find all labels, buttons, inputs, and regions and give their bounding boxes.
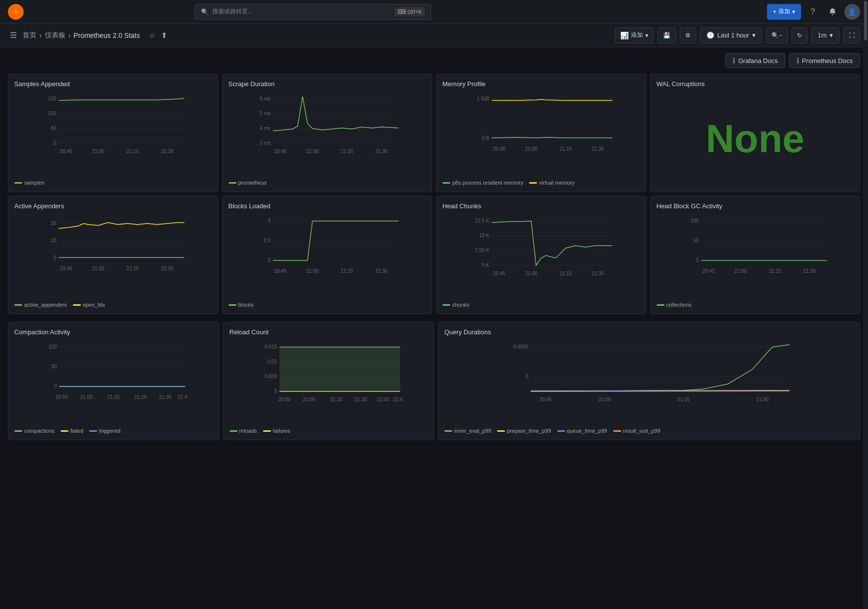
svg-text:21:30: 21:30 [161, 266, 173, 271]
svg-text:10: 10 [51, 238, 57, 243]
breadcrumb: 首页 › 仪表板 › Prometheus 2.0 Stats [23, 31, 140, 40]
grafana-logo[interactable] [8, 4, 24, 20]
add-button[interactable]: + 添加 ▾ [767, 4, 801, 20]
svg-text:0.0005: 0.0005 [513, 344, 529, 350]
svg-text:21:00: 21:00 [525, 146, 537, 152]
svg-text:20:45: 20:45 [60, 149, 72, 154]
refresh-button[interactable]: ↻ [792, 28, 807, 43]
svg-text:100: 100 [690, 218, 699, 224]
chevron-down-icon: ▾ [792, 8, 795, 15]
refresh-icon: ↻ [797, 32, 802, 39]
svg-text:21:4: 21:4 [178, 394, 188, 400]
legend-color [657, 304, 665, 306]
legend-item: prometheus [229, 180, 267, 186]
svg-text:3 ms: 3 ms [260, 140, 270, 146]
legend-item-virtual: virtual memory [529, 180, 574, 186]
panel-chart: 6 ms 5 ms 4 ms 3 ms 20:45 21:00 21:15 21… [229, 92, 426, 177]
share-icon[interactable]: ⬆ [160, 30, 168, 41]
chart-svg: 100 50 0 20:50 21:00 21:10 21:20 21:30 2… [14, 340, 213, 409]
breadcrumb-actions: ☆ ⬆ [148, 30, 168, 41]
svg-text:21:4: 21:4 [393, 397, 402, 402]
chart-svg: 1 GiB 0 B 20:45 21:00 21:15 21:30 [442, 92, 640, 160]
panel-chart: 100 50 0 20:50 21:00 21:10 21:20 21:30 2… [14, 340, 213, 425]
chart-svg: 0.0005 0 20:45 21:00 21:15 21:30 [444, 340, 854, 409]
svg-text:20:45: 20:45 [274, 268, 286, 274]
svg-text:21:00: 21:00 [92, 266, 104, 271]
svg-text:4 ms: 4 ms [260, 126, 270, 131]
scrollbar[interactable] [863, 0, 868, 609]
legend-color [14, 430, 22, 432]
breadcrumb-bar: ☰ 首页 › 仪表板 › Prometheus 2.0 Stats ☆ ⬆ 📊 … [0, 24, 868, 47]
legend-item-failed: failed [61, 428, 83, 434]
legend-label: reloads [239, 428, 257, 434]
settings-button[interactable]: ⚙ [680, 28, 696, 43]
svg-text:20: 20 [51, 221, 57, 226]
top-nav: 🔍 搜索或跳转至... ⌨ ctrl+k + 添加 ▾ ? 👤 [0, 0, 868, 24]
svg-text:21:15: 21:15 [127, 149, 139, 154]
chart-svg: 150 100 50 0 20:45 21:00 21:15 21:30 [14, 92, 212, 160]
legend-color [14, 182, 22, 184]
svg-text:0.01: 0.01 [267, 359, 277, 364]
zoom-out-icon: 🔍− [771, 32, 782, 39]
legend-color [73, 304, 81, 306]
save-button[interactable]: 💾 [658, 28, 676, 43]
scrollbar-thumb[interactable] [864, 1, 867, 40]
notifications-button[interactable] [825, 4, 840, 20]
svg-text:0: 0 [274, 388, 277, 394]
grafana-docs-button[interactable]: ℹ Grafana Docs [725, 53, 785, 68]
panel-chart: 0.015 0.01 0.005 0 20:50 21:00 21:10 21:… [230, 340, 428, 425]
svg-text:21:15: 21:15 [560, 271, 572, 276]
panel-blocks-loaded: Blocks Loaded 3 2.5 2 20:45 21:00 21:15 … [222, 196, 433, 314]
legend-item-queue: queue_time_p99 [557, 428, 607, 434]
chart-svg: 100 50 0 20:45 21:00 21:15 21:30 [657, 214, 854, 283]
breadcrumb-home[interactable]: 首页 [23, 31, 36, 40]
toolbar-right: 📊 添加 ▾ 💾 ⚙ 🕐 Last 1 hour ▾ 🔍− ↻ 1m ▾ ⛶ [615, 28, 860, 43]
prometheus-docs-button[interactable]: ℹ Prometheus Docs [789, 53, 860, 68]
add-panel-button[interactable]: 📊 添加 ▾ [615, 28, 654, 43]
legend-label: collections [667, 302, 692, 308]
svg-text:21:00: 21:00 [599, 397, 611, 402]
svg-text:21:15: 21:15 [340, 268, 353, 274]
svg-text:3: 3 [267, 218, 270, 224]
legend-color [557, 430, 565, 432]
svg-text:12.5 K: 12.5 K [475, 218, 489, 224]
panel-legend: blocks [229, 302, 426, 308]
info-icon: ℹ [733, 57, 735, 64]
breadcrumb-section[interactable]: 仪表板 [45, 31, 66, 40]
interval-button[interactable]: 1m ▾ [811, 28, 839, 43]
svg-text:21:30: 21:30 [376, 397, 389, 402]
svg-text:6 ms: 6 ms [260, 96, 270, 101]
svg-text:21:30: 21:30 [756, 397, 768, 402]
svg-text:50: 50 [51, 364, 57, 369]
search-bar[interactable]: 🔍 搜索或跳转至... ⌨ ctrl+k [195, 4, 431, 20]
time-range-button[interactable]: 🕐 Last 1 hour ▾ [700, 28, 762, 43]
star-icon[interactable]: ☆ [148, 30, 156, 41]
panel-title: Scrape Duration [229, 80, 426, 88]
svg-text:21:15: 21:15 [340, 149, 353, 154]
legend-label: virtual memory [539, 180, 574, 186]
svg-text:0 B: 0 B [482, 135, 489, 141]
panel-legend: active_appenders open_fds [14, 302, 212, 308]
gear-icon: ⚙ [685, 32, 691, 39]
legend-label: failures [273, 428, 290, 434]
legend-label: chunks [452, 302, 469, 308]
user-avatar[interactable]: 👤 [844, 4, 860, 20]
panel-reload-count: Reload Count 0.015 0.01 0.005 0 20:50 21… [223, 322, 434, 440]
help-button[interactable]: ? [805, 4, 821, 20]
legend-label: prometheus [238, 180, 267, 186]
panel-chart: 100 50 0 20:45 21:00 21:15 21:30 [657, 214, 854, 299]
svg-text:21:15: 21:15 [677, 397, 690, 402]
save-icon: 💾 [663, 32, 670, 39]
svg-text:20:45: 20:45 [493, 271, 505, 276]
panel-title: Memory Profile [442, 80, 640, 88]
panel-title: Query Durations [444, 328, 854, 336]
svg-text:0: 0 [54, 384, 57, 389]
legend-label: result_sort_p99 [623, 428, 661, 434]
zoom-out-button[interactable]: 🔍− [766, 28, 788, 43]
panel-query-durations: Query Durations 0.0005 0 20:45 21:00 21:… [438, 322, 860, 440]
chart-svg: 20 10 0 20:45 21:00 21:15 21:30 [14, 214, 212, 283]
sidebar-toggle[interactable]: ☰ [8, 29, 19, 42]
legend-label: failed [70, 428, 83, 434]
fullscreen-button[interactable]: ⛶ [843, 28, 860, 43]
legend-item: blocks [229, 302, 254, 308]
